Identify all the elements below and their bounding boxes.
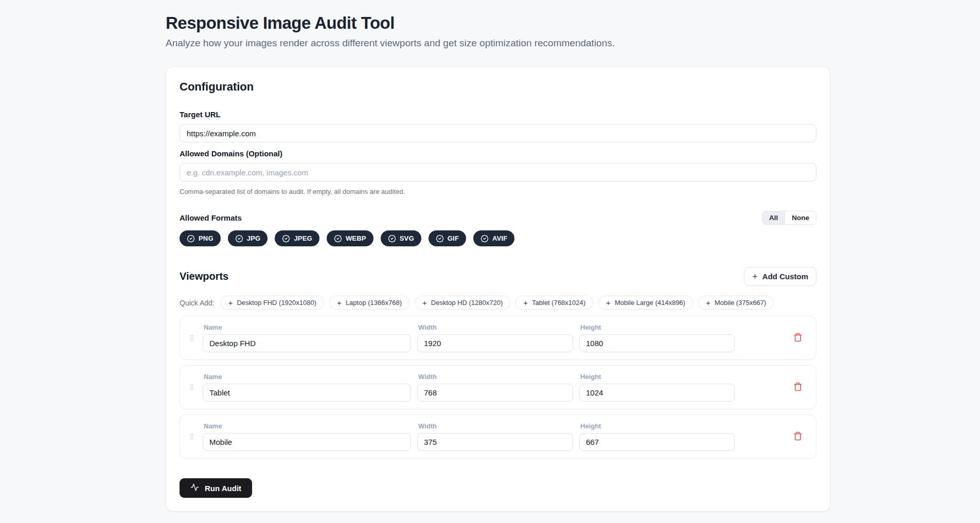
format-badge-jpeg[interactable]: JPEG <box>275 230 319 246</box>
viewport-row: Name Width Height <box>180 365 816 409</box>
format-badge-png[interactable]: PNG <box>180 230 221 246</box>
viewport-width-input[interactable] <box>417 384 573 402</box>
format-badge-label: WEBP <box>346 235 366 242</box>
page-subtitle: Analyze how your images render across di… <box>166 38 830 49</box>
drag-handle-icon[interactable] <box>188 333 195 342</box>
viewport-name-field: Name <box>203 373 411 402</box>
drag-handle-icon[interactable] <box>188 383 195 392</box>
viewport-height-label: Height <box>580 323 735 331</box>
viewport-name-input[interactable] <box>203 433 411 451</box>
format-badge-jpg[interactable]: JPG <box>228 230 268 246</box>
viewport-width-field: Width <box>417 373 573 402</box>
viewport-height-label: Height <box>580 373 735 381</box>
configuration-card: Configuration Target URL Allowed Domains… <box>166 66 830 512</box>
quick-add-tablet[interactable]: + Tablet (768x1024) <box>515 296 593 310</box>
viewport-name-input[interactable] <box>203 334 411 352</box>
viewport-width-input[interactable] <box>417 334 573 352</box>
viewport-height-field: Height <box>579 373 735 402</box>
quick-add-laptop[interactable]: + Laptop (1366x768) <box>329 296 409 310</box>
select-all-button[interactable]: All <box>762 211 785 224</box>
allowed-formats-header: Allowed Formats All None <box>180 211 816 225</box>
run-audit-button[interactable]: Run Audit <box>180 478 252 498</box>
plus-icon: + <box>706 299 710 306</box>
quick-add-desktop-hd[interactable]: + Desktop HD (1280x720) <box>415 296 510 310</box>
viewport-height-input[interactable] <box>579 433 735 451</box>
select-none-button[interactable]: None <box>785 211 816 224</box>
formats-select-toggle: All None <box>762 211 816 225</box>
plus-icon: + <box>422 299 427 306</box>
viewport-name-field: Name <box>203 422 411 451</box>
plus-icon: + <box>523 299 528 306</box>
quick-add-label: Quick Add: <box>180 299 215 307</box>
plus-icon: + <box>337 299 342 306</box>
format-badge-label: AVIF <box>492 235 507 242</box>
badge-check-icon <box>282 235 290 243</box>
run-audit-label: Run Audit <box>205 484 241 493</box>
badge-check-icon <box>334 235 342 243</box>
quick-add-row: Quick Add: + Desktop FHD (1920x1080) + L… <box>180 296 816 310</box>
viewport-height-field: Height <box>579 422 735 451</box>
allowed-domains-input[interactable] <box>180 163 816 182</box>
configuration-heading: Configuration <box>180 80 816 94</box>
viewport-row: Name Width Height <box>180 316 816 360</box>
format-badge-label: PNG <box>199 235 213 242</box>
allowed-domains-label: Allowed Domains (Optional) <box>180 149 816 158</box>
viewports-heading: Viewports <box>180 270 228 282</box>
viewport-name-label: Name <box>204 323 411 331</box>
viewport-height-label: Height <box>580 422 735 430</box>
activity-icon <box>190 483 199 493</box>
format-badge-svg[interactable]: SVG <box>381 230 421 246</box>
viewport-name-field: Name <box>203 323 411 352</box>
drag-handle-icon[interactable] <box>188 432 195 441</box>
plus-icon: + <box>752 272 758 281</box>
badge-check-icon <box>436 235 444 243</box>
viewport-width-label: Width <box>418 422 573 430</box>
trash-icon <box>793 382 803 393</box>
viewport-width-field: Width <box>417 323 573 352</box>
format-badge-label: JPG <box>247 235 261 242</box>
viewport-width-input[interactable] <box>417 433 573 451</box>
badge-check-icon <box>480 235 489 243</box>
format-badge-row: PNG JPG JPEG WEBP SVG GIF <box>180 230 816 246</box>
viewport-width-label: Width <box>418 373 573 381</box>
format-badge-label: SVG <box>400 235 414 242</box>
badge-check-icon <box>187 235 195 243</box>
allowed-formats-label: Allowed Formats <box>180 213 242 222</box>
add-custom-label: Add Custom <box>762 272 808 281</box>
quick-chip-label: Laptop (1366x768) <box>346 299 402 306</box>
format-badge-label: JPEG <box>294 235 312 242</box>
quick-chip-label: Tablet (768x1024) <box>532 299 585 306</box>
viewport-name-input[interactable] <box>203 384 411 402</box>
quick-add-mobile[interactable]: + Mobile (375x667) <box>698 296 774 310</box>
quick-add-mobile-large[interactable]: + Mobile Large (414x896) <box>598 296 693 310</box>
viewport-height-field: Height <box>579 323 735 352</box>
viewport-name-label: Name <box>204 373 411 381</box>
page-title: Responsive Image Audit Tool <box>166 13 830 33</box>
target-url-label: Target URL <box>180 110 816 119</box>
quick-chip-label: Desktop HD (1280x720) <box>431 299 503 306</box>
viewports-header: Viewports + Add Custom <box>180 267 816 286</box>
format-badge-gif[interactable]: GIF <box>429 230 466 246</box>
trash-icon <box>793 333 803 344</box>
quick-chip-label: Mobile (375x667) <box>715 299 766 306</box>
target-url-input[interactable] <box>180 124 816 142</box>
viewport-row: Name Width Height <box>180 414 816 459</box>
delete-viewport-button[interactable] <box>791 429 805 444</box>
quick-add-desktop-fhd[interactable]: + Desktop FHD (1920x1080) <box>221 296 324 310</box>
viewport-height-input[interactable] <box>579 384 735 402</box>
format-badge-webp[interactable]: WEBP <box>327 230 373 246</box>
badge-check-icon <box>235 235 243 243</box>
format-badge-avif[interactable]: AVIF <box>473 230 514 246</box>
trash-icon <box>793 431 803 442</box>
add-custom-button[interactable]: + Add Custom <box>744 267 816 286</box>
delete-viewport-button[interactable] <box>791 380 805 395</box>
plus-icon: + <box>606 299 611 306</box>
plus-icon: + <box>228 299 233 306</box>
quick-chip-label: Mobile Large (414x896) <box>615 299 685 306</box>
badge-check-icon <box>388 235 396 243</box>
viewport-width-label: Width <box>418 323 573 331</box>
viewport-height-input[interactable] <box>579 334 735 352</box>
page-content: Responsive Image Audit Tool Analyze how … <box>166 0 830 512</box>
viewport-width-field: Width <box>417 422 573 451</box>
delete-viewport-button[interactable] <box>791 331 805 346</box>
